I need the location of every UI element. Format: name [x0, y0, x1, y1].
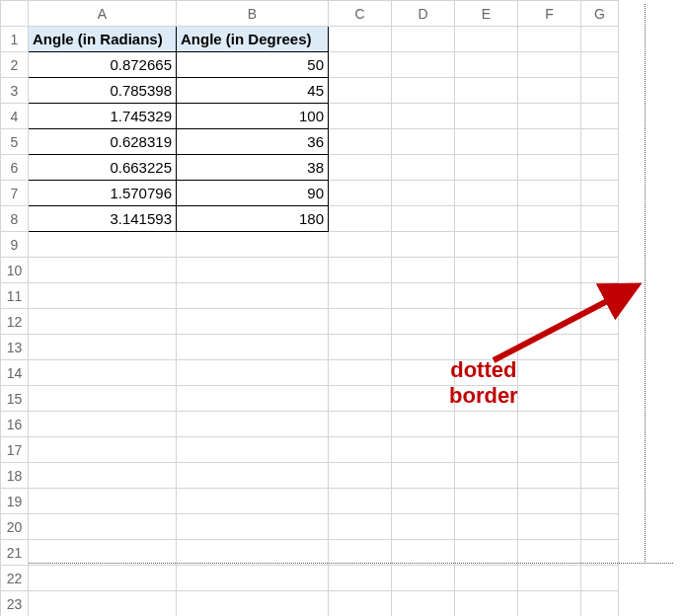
cell[interactable]	[329, 591, 392, 617]
cell[interactable]	[392, 258, 455, 283]
cell-B5[interactable]: 36	[177, 129, 329, 155]
cell[interactable]	[392, 283, 455, 309]
cell[interactable]	[581, 232, 619, 258]
cell-B7[interactable]: 90	[177, 181, 329, 206]
col-header-B[interactable]: B	[177, 1, 329, 27]
cell[interactable]	[455, 206, 518, 232]
cell[interactable]	[29, 489, 177, 514]
cell-B8[interactable]: 180	[177, 206, 329, 232]
cell[interactable]	[455, 591, 518, 617]
cell[interactable]	[177, 283, 329, 309]
cell[interactable]	[177, 437, 329, 463]
cell[interactable]	[392, 386, 455, 412]
cell[interactable]	[392, 489, 455, 514]
row-header-12[interactable]: 12	[1, 309, 29, 335]
cell-A3[interactable]: 0.785398	[29, 78, 177, 104]
spreadsheet-grid[interactable]: A B C D E F G 1 Angle (in Radians) Angle…	[0, 0, 688, 616]
cell[interactable]	[329, 258, 392, 283]
cell[interactable]	[177, 412, 329, 437]
row-header-19[interactable]: 19	[1, 489, 29, 514]
cell[interactable]	[392, 309, 455, 335]
col-header-F[interactable]: F	[518, 1, 581, 27]
cell[interactable]	[518, 309, 581, 335]
cell[interactable]	[581, 463, 619, 489]
row-header-3[interactable]: 3	[1, 78, 29, 104]
cell[interactable]	[455, 360, 518, 386]
row-header-1[interactable]: 1	[1, 27, 29, 52]
cell[interactable]	[581, 27, 619, 52]
cell[interactable]	[392, 232, 455, 258]
col-header-E[interactable]: E	[455, 1, 518, 27]
cell[interactable]	[392, 514, 455, 540]
cell[interactable]	[329, 437, 392, 463]
cell[interactable]	[392, 360, 455, 386]
cell[interactable]	[29, 283, 177, 309]
cell[interactable]	[177, 386, 329, 412]
cell[interactable]	[177, 360, 329, 386]
cell[interactable]	[455, 335, 518, 360]
cell[interactable]	[455, 52, 518, 78]
cell[interactable]	[581, 206, 619, 232]
cell[interactable]	[29, 258, 177, 283]
row-header-10[interactable]: 10	[1, 258, 29, 283]
cell[interactable]	[518, 27, 581, 52]
cell[interactable]	[581, 155, 619, 181]
col-header-C[interactable]: C	[329, 1, 392, 27]
cell[interactable]	[177, 514, 329, 540]
cell[interactable]	[177, 309, 329, 335]
row-header-8[interactable]: 8	[1, 206, 29, 232]
row-header-9[interactable]: 9	[1, 232, 29, 258]
cell[interactable]	[329, 360, 392, 386]
row-header-13[interactable]: 13	[1, 335, 29, 360]
cell[interactable]	[329, 52, 392, 78]
cell[interactable]	[581, 514, 619, 540]
cell[interactable]	[581, 78, 619, 104]
cell[interactable]	[29, 386, 177, 412]
row-header-23[interactable]: 23	[1, 591, 29, 617]
cell[interactable]	[518, 155, 581, 181]
cell[interactable]	[329, 155, 392, 181]
cell[interactable]	[329, 412, 392, 437]
cell[interactable]	[518, 540, 581, 566]
cell-A5[interactable]: 0.628319	[29, 129, 177, 155]
cell[interactable]	[518, 360, 581, 386]
cell[interactable]	[29, 309, 177, 335]
cell[interactable]	[518, 463, 581, 489]
cell[interactable]	[329, 129, 392, 155]
cell[interactable]	[518, 104, 581, 129]
cell[interactable]	[177, 591, 329, 617]
cell[interactable]	[518, 412, 581, 437]
cell[interactable]	[455, 258, 518, 283]
cell[interactable]	[581, 386, 619, 412]
cell[interactable]	[455, 540, 518, 566]
cell[interactable]	[518, 437, 581, 463]
cell[interactable]	[518, 514, 581, 540]
cell[interactable]	[581, 566, 619, 591]
cell[interactable]	[329, 335, 392, 360]
cell[interactable]	[392, 78, 455, 104]
cell-A8[interactable]: 3.141593	[29, 206, 177, 232]
row-header-17[interactable]: 17	[1, 437, 29, 463]
cell-A6[interactable]: 0.663225	[29, 155, 177, 181]
cell[interactable]	[518, 129, 581, 155]
cell[interactable]	[455, 27, 518, 52]
cell[interactable]	[518, 386, 581, 412]
cell[interactable]	[329, 463, 392, 489]
cell[interactable]	[455, 566, 518, 591]
cell[interactable]	[392, 27, 455, 52]
cell[interactable]	[392, 206, 455, 232]
cell[interactable]	[518, 181, 581, 206]
row-header-14[interactable]: 14	[1, 360, 29, 386]
cell[interactable]	[581, 360, 619, 386]
cell[interactable]	[455, 104, 518, 129]
cell[interactable]	[29, 232, 177, 258]
cell[interactable]	[392, 129, 455, 155]
cell-B4[interactable]: 100	[177, 104, 329, 129]
row-header-6[interactable]: 6	[1, 155, 29, 181]
cell[interactable]	[29, 360, 177, 386]
cell[interactable]	[29, 463, 177, 489]
cell[interactable]	[392, 591, 455, 617]
cell[interactable]	[392, 437, 455, 463]
cell[interactable]	[581, 489, 619, 514]
row-header-15[interactable]: 15	[1, 386, 29, 412]
